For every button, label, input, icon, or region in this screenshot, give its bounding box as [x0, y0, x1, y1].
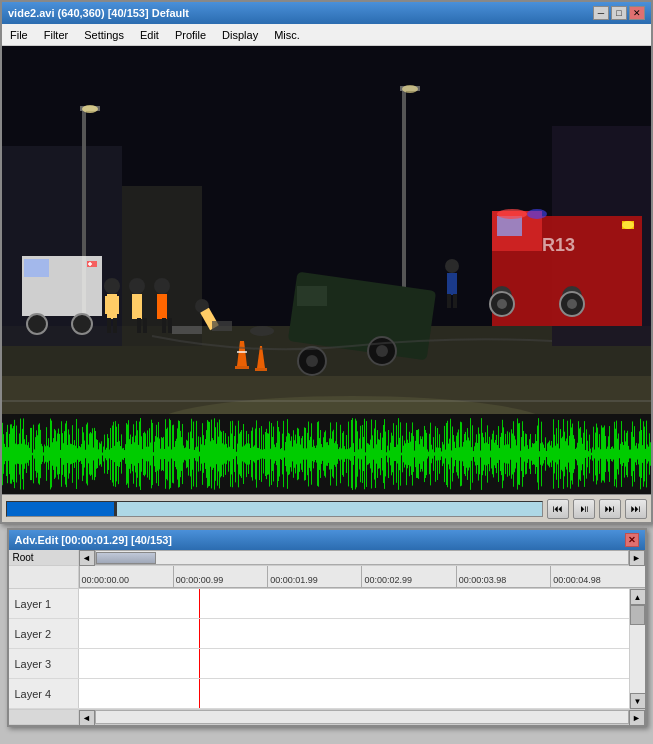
ruler-tick-1: 00:00:00.99 — [173, 566, 267, 587]
end-button[interactable]: ⏭ — [625, 499, 647, 519]
svg-point-67 — [527, 209, 547, 219]
adv-edit-window: Adv.Edit [00:00:01.29] [40/153] ✕ Root ◄… — [7, 528, 647, 727]
menu-settings[interactable]: Settings — [76, 27, 132, 43]
main-window-title: vide2.avi (640,360) [40/153] Default — [8, 7, 189, 19]
scroll-left-arrow[interactable]: ◄ — [79, 550, 95, 566]
svg-point-23 — [622, 221, 634, 229]
svg-text:R13: R13 — [542, 235, 575, 255]
svg-rect-53 — [237, 351, 247, 353]
playhead-line-3 — [199, 649, 200, 678]
menu-profile[interactable]: Profile — [167, 27, 214, 43]
svg-rect-33 — [137, 318, 141, 333]
root-label: Root — [9, 550, 79, 565]
svg-rect-37 — [162, 318, 166, 333]
playhead-line — [199, 589, 200, 618]
layer-row-3: Layer 3 — [9, 649, 629, 679]
svg-rect-44 — [453, 294, 457, 308]
layer-2-label: Layer 2 — [9, 619, 79, 648]
svg-rect-36 — [157, 294, 167, 319]
svg-point-50 — [376, 345, 388, 357]
title-bar-buttons: ─ □ ✕ — [593, 6, 645, 20]
svg-point-25 — [104, 278, 120, 294]
menu-display[interactable]: Display — [214, 27, 266, 43]
step-forward-button[interactable]: ⏭ — [599, 499, 621, 519]
svg-rect-38 — [168, 318, 172, 333]
timeline-scrollbar-top: Root ◄ ► — [9, 550, 645, 566]
svg-rect-52 — [235, 366, 249, 369]
layers-section: Layer 1 Layer 2 Layer 3 — [9, 589, 629, 709]
vscroll-up-button[interactable]: ▲ — [630, 589, 646, 605]
menu-bar: File Filter Settings Edit Profile Displa… — [2, 24, 651, 46]
adv-edit-title: Adv.Edit [00:00:01.29] [40/153] — [15, 534, 173, 546]
timeline-label-spacer — [9, 566, 79, 588]
svg-point-20 — [497, 299, 507, 309]
progress-bar[interactable] — [6, 501, 543, 517]
progress-marker — [114, 502, 117, 516]
svg-point-49 — [306, 355, 318, 367]
svg-rect-27 — [105, 296, 110, 314]
hscroll-bottom-track[interactable] — [95, 710, 629, 724]
vertical-scrollbar: ▲ ▼ — [629, 589, 645, 709]
svg-point-12 — [402, 85, 418, 93]
layer-4-label: Layer 4 — [9, 679, 79, 708]
layer-row-4: Layer 4 — [9, 679, 629, 709]
layer-1-content[interactable] — [79, 589, 629, 618]
adv-edit-title-bar: Adv.Edit [00:00:01.29] [40/153] ✕ — [9, 530, 645, 550]
layer-3-content[interactable] — [79, 649, 629, 678]
svg-rect-60 — [24, 259, 49, 277]
hscroll-bottom-left[interactable]: ◄ — [79, 710, 95, 726]
svg-point-35 — [154, 278, 170, 294]
layer-row-1: Layer 1 — [9, 589, 629, 619]
svg-rect-55 — [255, 368, 267, 371]
svg-rect-29 — [107, 318, 111, 333]
svg-point-61 — [27, 314, 47, 334]
vscroll-thumb[interactable] — [630, 605, 645, 625]
layer-row-2: Layer 2 — [9, 619, 629, 649]
play-pause-button[interactable]: ⏯ — [573, 499, 595, 519]
step-back-button[interactable]: ⏮ — [547, 499, 569, 519]
main-title-bar: vide2.avi (640,360) [40/153] Default ─ □… — [2, 2, 651, 24]
close-button[interactable]: ✕ — [629, 6, 645, 20]
adv-close-button[interactable]: ✕ — [625, 533, 639, 547]
menu-filter[interactable]: Filter — [36, 27, 76, 43]
progress-area: ⏮ ⏯ ⏭ ⏭ — [2, 494, 651, 522]
ruler-tick-2: 00:00:01.99 — [267, 566, 361, 587]
ruler-tick-4: 00:00:03.98 — [456, 566, 550, 587]
vscroll-down-button[interactable]: ▼ — [630, 693, 646, 709]
svg-point-66 — [497, 209, 527, 219]
timeline-ruler: 00:00:00.00 00:00:00.99 00:00:01.99 00:0… — [79, 566, 645, 588]
svg-rect-57 — [212, 321, 232, 331]
timeline-container: Root ◄ ► 00:00:00.00 00:00:00.99 00:00:0… — [9, 550, 645, 725]
svg-rect-42 — [447, 273, 457, 295]
layer-2-content[interactable] — [79, 619, 629, 648]
svg-rect-30 — [113, 318, 117, 333]
timeline-ruler-row: 00:00:00.00 00:00:00.99 00:00:01.99 00:0… — [9, 566, 645, 589]
svg-point-58 — [250, 326, 274, 336]
timeline-body: Layer 1 Layer 2 Layer 3 — [9, 589, 645, 709]
scroll-thumb[interactable] — [96, 552, 156, 564]
maximize-button[interactable]: □ — [611, 6, 627, 20]
layer-1-label: Layer 1 — [9, 589, 79, 618]
ruler-tick-5: 00:00:04.98 — [550, 566, 644, 587]
hscroll-bottom-right[interactable]: ► — [629, 710, 645, 726]
layer-3-label: Layer 3 — [9, 649, 79, 678]
menu-edit[interactable]: Edit — [132, 27, 167, 43]
menu-misc[interactable]: Misc. — [266, 27, 308, 43]
scroll-right-arrow[interactable]: ► — [629, 550, 645, 566]
layer-4-content[interactable] — [79, 679, 629, 708]
svg-rect-43 — [447, 294, 451, 308]
svg-rect-56 — [172, 326, 202, 334]
timeline-scrollbar-bottom: ◄ ► — [9, 709, 645, 725]
progress-fill — [7, 502, 114, 516]
vscroll-track[interactable] — [630, 605, 645, 693]
menu-file[interactable]: File — [2, 27, 36, 43]
minimize-button[interactable]: ─ — [593, 6, 609, 20]
svg-point-21 — [567, 299, 577, 309]
svg-rect-28 — [114, 296, 119, 314]
scroll-track[interactable] — [95, 550, 629, 565]
ruler-tick-3: 00:00:02.99 — [361, 566, 455, 587]
svg-point-31 — [129, 278, 145, 294]
svg-rect-46 — [297, 286, 327, 306]
svg-point-62 — [72, 314, 92, 334]
svg-point-41 — [445, 259, 459, 273]
